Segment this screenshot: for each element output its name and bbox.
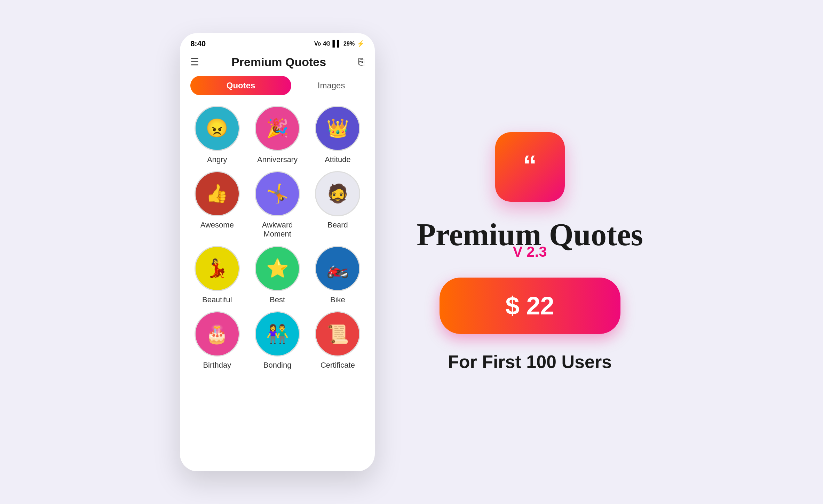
category-label: Attitude [325, 155, 351, 164]
price-button[interactable]: $ 22 [440, 278, 620, 334]
category-circle: 🏍️ [315, 246, 360, 291]
tab-images[interactable]: Images [298, 81, 364, 90]
category-grid: 😠Angry🎉Anniversary👑Attitude👍Awesome🤸Awkw… [180, 102, 375, 374]
quote-mark-icon: “ [523, 151, 537, 179]
category-item[interactable]: 💃Beautiful [190, 246, 244, 304]
category-item[interactable]: 👫Bonding [251, 311, 304, 370]
category-circle: 🤸 [255, 171, 300, 216]
category-circle: 👑 [315, 106, 360, 151]
category-label: Beautiful [202, 295, 232, 304]
category-circle: 👍 [195, 171, 240, 216]
category-circle: 👫 [255, 311, 300, 357]
phone-mockup: 8:40 Vo 4G ▌▌ 29% ⚡ ☰ Premium Quotes ⎘ Q… [180, 33, 375, 471]
category-item[interactable]: 🧔Beard [311, 171, 364, 239]
main-container: 8:40 Vo 4G ▌▌ 29% ⚡ ☰ Premium Quotes ⎘ Q… [0, 33, 823, 471]
category-circle: 📜 [315, 311, 360, 357]
app-header: ☰ Premium Quotes ⎘ [180, 52, 375, 76]
status-bar: 8:40 Vo 4G ▌▌ 29% ⚡ [180, 33, 375, 52]
category-item[interactable]: 📜Certificate [311, 311, 364, 370]
category-label: Awkward Moment [262, 221, 293, 239]
category-item[interactable]: 🎉Anniversary [251, 106, 304, 164]
tabs-row: Quotes Images [180, 76, 375, 102]
category-label: Birthday [203, 361, 231, 370]
signal-icon: ▌▌ [333, 40, 342, 47]
battery-icon: ⚡ [357, 40, 364, 48]
status-time: 8:40 [190, 39, 206, 48]
battery-text: 29% [343, 41, 355, 47]
right-content: “ Premium Quotes V 2.3 $ 22 For First 10… [417, 132, 643, 372]
app-icon: “ [495, 132, 565, 202]
app-header-title: Premium Quotes [231, 55, 326, 69]
category-label: Anniversary [257, 155, 298, 164]
category-label: Awesome [200, 221, 234, 230]
category-circle: 🧔 [315, 171, 360, 216]
category-circle: ⭐ [255, 246, 300, 291]
network-icon: Vo [314, 41, 321, 47]
category-item[interactable]: 🎂Birthday [190, 311, 244, 370]
category-item[interactable]: 🏍️Bike [311, 246, 364, 304]
category-circle: 🎂 [195, 311, 240, 357]
title-version-wrap: Premium Quotes V 2.3 [417, 219, 643, 260]
lte-icon: 4G [323, 41, 330, 47]
hamburger-icon[interactable]: ☰ [190, 56, 199, 68]
category-item[interactable]: 👍Awesome [190, 171, 244, 239]
category-label: Beard [327, 221, 348, 230]
category-label: Certificate [321, 361, 355, 370]
category-circle: 😠 [195, 106, 240, 151]
tab-quotes[interactable]: Quotes [190, 76, 291, 95]
category-circle: 🎉 [255, 106, 300, 151]
category-label: Bonding [263, 361, 292, 370]
category-item[interactable]: 🤸Awkward Moment [251, 171, 304, 239]
category-item[interactable]: ⭐Best [251, 246, 304, 304]
category-item[interactable]: 😠Angry [190, 106, 244, 164]
category-label: Best [270, 295, 285, 304]
category-item[interactable]: 👑Attitude [311, 106, 364, 164]
for-users-text: For First 100 Users [448, 351, 612, 372]
status-icons: Vo 4G ▌▌ 29% ⚡ [314, 40, 364, 48]
category-circle: 💃 [195, 246, 240, 291]
share-icon[interactable]: ⎘ [358, 56, 364, 67]
category-label: Angry [207, 155, 227, 164]
category-label: Bike [330, 295, 345, 304]
app-version: V 2.3 [513, 243, 547, 260]
